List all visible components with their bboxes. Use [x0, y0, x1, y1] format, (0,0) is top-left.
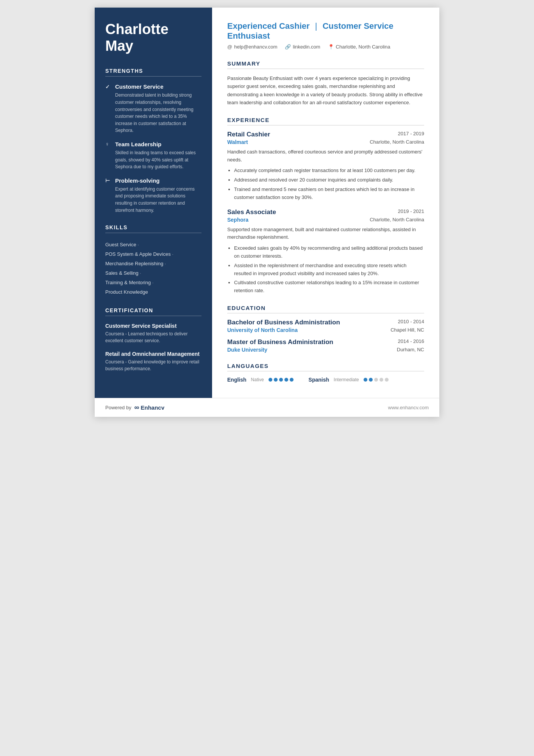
- job-1-bullets: Accurately completed cash register trans…: [227, 167, 424, 201]
- dot-en-5: [290, 378, 294, 382]
- strength-title-1: Customer Service: [115, 83, 164, 90]
- job-2-bullet-3: Cultivated constructive customer relatio…: [234, 279, 424, 295]
- job-1: Retail Cashier 2017 - 2019 Walmart Charl…: [227, 131, 424, 202]
- strength-item-3: ⊢ Problem-solving Expert at identifying …: [105, 177, 201, 214]
- edu-2-degree: Master of Business Administration: [227, 338, 333, 346]
- last-name: May: [105, 38, 133, 54]
- job-title: Experienced Cashier | Customer Service E…: [227, 21, 424, 41]
- summary-section-title: SUMMARY: [227, 60, 424, 69]
- edu-2-institution-row: Duke University Durham, NC: [227, 347, 424, 353]
- edu-2-dates: 2014 - 2016: [398, 338, 424, 344]
- strength-item-2: ♀ Team Leadership Skilled in leading tea…: [105, 141, 201, 171]
- lang-english: English Native: [227, 377, 294, 383]
- strength-desc-3: Expert at identifying customer concerns …: [105, 186, 201, 214]
- sidebar: Charlotte May STRENGTHS ✓ Customer Servi…: [95, 8, 212, 398]
- cert-item-2: Retail and Omnichannel Management Course…: [105, 351, 201, 372]
- job-2-bullet-1: Exceeded sales goals by 40% by recommend…: [234, 244, 424, 260]
- location-icon: 📍: [328, 44, 334, 50]
- summary-text: Passionate Beauty Enthusiast with over 4…: [227, 74, 424, 107]
- job-2-company: Sephora: [227, 217, 248, 223]
- enhancv-logo: ∞ Enhancv: [134, 404, 164, 412]
- edu-1-location: Chapel Hill, NC: [390, 327, 424, 333]
- lang-spanish-level: Intermediate: [334, 377, 359, 382]
- lang-english-name: English: [227, 377, 247, 383]
- job-1-bullet-1: Accurately completed cash register trans…: [234, 167, 424, 175]
- lang-spanish-dots: [364, 378, 389, 382]
- strength-desc-1: Demonstrated talent in building strong c…: [105, 92, 201, 134]
- brand-name: Enhancv: [141, 404, 165, 411]
- dot-es-1: [364, 378, 367, 382]
- edu-2: Master of Business Administration 2014 -…: [227, 338, 424, 353]
- logo-icon: ∞: [134, 404, 139, 412]
- contact-linkedin: 🔗 linkedin.com: [285, 44, 320, 50]
- puzzle-icon: ⊢: [105, 177, 112, 183]
- skills-section-title: SKILLS: [105, 224, 201, 233]
- footer-website: www.enhancv.com: [388, 405, 429, 410]
- location-text: Charlotte, North Carolina: [336, 44, 390, 50]
- cert-desc-1: Coursera - Learned techniques to deliver…: [105, 330, 201, 344]
- cert-desc-2: Coursera - Gained knowledge to improve r…: [105, 358, 201, 372]
- dot-en-2: [274, 378, 278, 382]
- linkedin-icon: 🔗: [285, 44, 291, 50]
- lang-spanish: Spanish Intermediate: [309, 377, 389, 383]
- edu-1-institution: University of North Carolina: [227, 327, 298, 333]
- strengths-section-title: STRENGTHS: [105, 68, 201, 77]
- cert-title-1: Customer Service Specialist: [105, 323, 201, 329]
- title-separator: |: [315, 21, 320, 31]
- job-1-dates: 2017 - 2019: [398, 131, 424, 136]
- job-1-bullet-2: Addressed and resolved over 20 customer …: [234, 176, 424, 184]
- email-icon: @: [227, 44, 232, 50]
- strength-title-2: Team Leadership: [115, 141, 161, 147]
- edu-1-degree: Bachelor of Business Administration: [227, 319, 340, 326]
- person-icon: ♀: [105, 141, 112, 147]
- job-2-company-row: Sephora Charlotte, North Carolina: [227, 217, 424, 223]
- dot-en-1: [269, 378, 272, 382]
- footer: Powered by ∞ Enhancv www.enhancv.com: [95, 398, 439, 417]
- languages-row: English Native Spanish Intermediate: [227, 377, 424, 383]
- job-2-dates: 2019 - 2021: [398, 208, 424, 214]
- edu-1-header: Bachelor of Business Administration 2010…: [227, 319, 424, 326]
- skill-training: Training & Mentoring: [105, 278, 201, 287]
- job-1-company-row: Walmart Charlotte, North Carolina: [227, 139, 424, 145]
- skill-product-knowledge: Product Knowledge: [105, 287, 201, 297]
- dot-es-4: [379, 378, 383, 382]
- strength-desc-2: Skilled in leading teams to exceed sales…: [105, 149, 201, 171]
- job-1-header: Retail Cashier 2017 - 2019: [227, 131, 424, 138]
- job-2: Sales Associate 2019 - 2021 Sephora Char…: [227, 208, 424, 295]
- edu-2-location: Durham, NC: [397, 347, 424, 352]
- job-2-location: Charlotte, North Carolina: [370, 217, 424, 222]
- cert-title-2: Retail and Omnichannel Management: [105, 351, 201, 357]
- job-1-summary: Handled cash transactions, offered court…: [227, 148, 424, 164]
- skill-pos-system: POS System & Apple Devices: [105, 249, 201, 259]
- education-section-title: EDUCATION: [227, 305, 424, 313]
- strength-header-2: ♀ Team Leadership: [105, 141, 201, 147]
- strength-header-3: ⊢ Problem-solving: [105, 177, 201, 184]
- experience-section-title: EXPERIENCE: [227, 117, 424, 125]
- cert-section-title: CERTIFICATION: [105, 307, 201, 316]
- lang-english-dots: [269, 378, 294, 382]
- email-text: help@enhancv.com: [234, 44, 277, 50]
- dot-en-4: [284, 378, 288, 382]
- cert-item-1: Customer Service Specialist Coursera - L…: [105, 323, 201, 344]
- resume-wrapper: Charlotte May STRENGTHS ✓ Customer Servi…: [95, 8, 439, 417]
- first-name: Charlotte: [105, 21, 169, 37]
- main-content: Experienced Cashier | Customer Service E…: [212, 8, 439, 398]
- strength-title-3: Problem-solving: [115, 177, 160, 184]
- languages-section-title: LANGUAGES: [227, 363, 424, 371]
- contact-email: @ help@enhancv.com: [227, 44, 277, 50]
- dot-en-3: [279, 378, 283, 382]
- powered-by-text: Powered by: [105, 405, 131, 410]
- dot-es-5: [385, 378, 389, 382]
- linkedin-text: linkedin.com: [293, 44, 320, 50]
- resume-body: Charlotte May STRENGTHS ✓ Customer Servi…: [95, 8, 439, 398]
- check-icon: ✓: [105, 84, 112, 90]
- job-2-bullets: Exceeded sales goals by 40% by recommend…: [227, 244, 424, 295]
- dot-es-3: [374, 378, 378, 382]
- job-2-bullet-2: Assisted in the replenishment of merchan…: [234, 262, 424, 278]
- edu-1: Bachelor of Business Administration 2010…: [227, 319, 424, 333]
- lang-english-level: Native: [251, 377, 264, 382]
- job-1-location: Charlotte, North Carolina: [370, 139, 424, 145]
- skill-sales: Sales & Selling: [105, 268, 201, 278]
- job-2-summary: Supported store management, built and ma…: [227, 226, 424, 242]
- job-1-company: Walmart: [227, 139, 248, 145]
